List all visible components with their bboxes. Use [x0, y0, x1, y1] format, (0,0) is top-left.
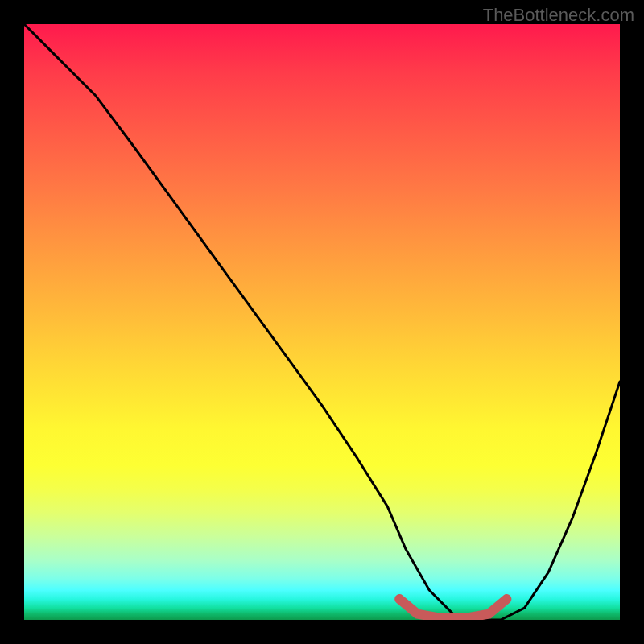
plot-area	[24, 24, 620, 620]
bottleneck-curve	[24, 24, 620, 620]
watermark-text: TheBottleneck.com	[483, 5, 634, 26]
optimal-band	[399, 599, 506, 618]
curve-layer	[24, 24, 620, 620]
